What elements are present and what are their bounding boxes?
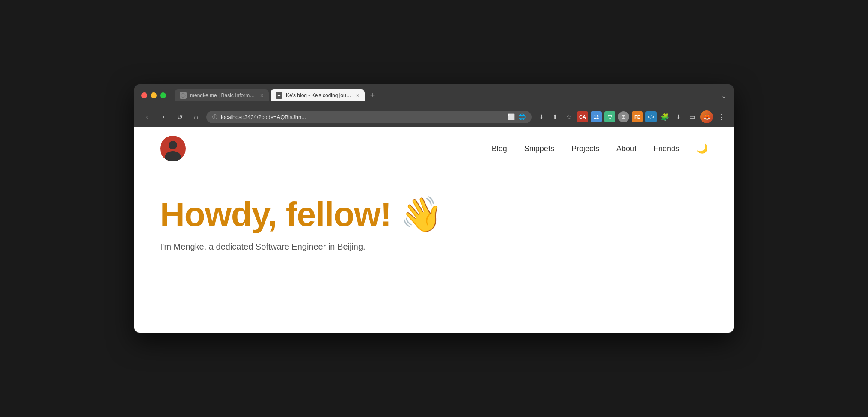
nav-link-friends[interactable]: Friends xyxy=(654,144,679,153)
hero-subtitle: I'm Mengke, a dedicated Software Enginee… xyxy=(160,242,708,252)
page-content: Blog Snippets Projects About Friends 🌙 H… xyxy=(134,127,734,333)
tab1-title: mengke.me | Basic Information xyxy=(190,92,257,98)
extension-calendar-icon[interactable]: 12 xyxy=(591,111,602,122)
back-icon: ‹ xyxy=(146,113,148,121)
tabs-chevron-icon[interactable]: ⌄ xyxy=(721,92,727,100)
security-icon: ⓘ xyxy=(212,113,217,121)
site-logo[interactable] xyxy=(160,136,186,161)
forward-icon: › xyxy=(162,113,164,121)
tab2-close-icon[interactable]: × xyxy=(356,92,360,99)
extension-code-icon[interactable]: </> xyxy=(645,111,657,122)
share-icon[interactable]: ⬆ xyxy=(550,111,561,122)
tabs-container: mengke.me | Basic Information × •• Ke's … xyxy=(175,89,727,101)
dark-mode-toggle[interactable]: 🌙 xyxy=(696,143,708,154)
url-text: localhost:3434/?code=AQBisJhn... xyxy=(221,114,504,120)
profile-avatar-button[interactable]: 🦊 xyxy=(700,110,713,123)
reload-icon: ↺ xyxy=(177,113,183,121)
nav-link-projects[interactable]: Projects xyxy=(571,144,599,153)
tab2-title: Ke's blog - Ke's coding journey xyxy=(286,92,353,98)
svg-point-0 xyxy=(181,93,185,98)
minimize-traffic-light[interactable] xyxy=(151,92,157,98)
extension-vue-icon[interactable]: ▽ xyxy=(604,111,615,122)
reload-button[interactable]: ↺ xyxy=(174,111,186,123)
more-options-button[interactable]: ⋮ xyxy=(716,112,727,122)
maximize-traffic-light[interactable] xyxy=(160,92,166,98)
extensions-puzzle-icon[interactable]: 🧩 xyxy=(659,111,670,122)
new-tab-icon: + xyxy=(370,91,375,100)
extension-ca-icon[interactable]: CA xyxy=(577,111,588,122)
tab-mengke-basic-info[interactable]: mengke.me | Basic Information × xyxy=(175,89,269,101)
nav-link-snippets[interactable]: Snippets xyxy=(524,144,554,153)
wave-emoji: 👋 xyxy=(400,196,443,233)
translate-icon[interactable]: 🌐 xyxy=(518,113,526,120)
toolbar-icons: ⬇ ⬆ ☆ CA 12 ▽ ⊞ FE </> 🧩 ⬇ ▭ 🦊 ⋮ xyxy=(536,110,727,123)
bookmark-icon[interactable]: ☆ xyxy=(563,111,574,122)
screen-cast-icon[interactable]: ⬜ xyxy=(508,113,515,120)
hero-title: Howdy, fellow! 👋 xyxy=(160,196,708,233)
nav-link-blog[interactable]: Blog xyxy=(492,144,507,153)
hero-howdy-text: Howdy, fellow! xyxy=(160,195,391,233)
tab-ke-blog[interactable]: •• Ke's blog - Ke's coding journey × xyxy=(271,89,365,101)
url-bar[interactable]: ⓘ localhost:3434/?code=AQBisJhn... ⬜ 🌐 xyxy=(206,111,532,123)
download-icon[interactable]: ⬇ xyxy=(536,111,547,122)
home-button[interactable]: ⌂ xyxy=(190,111,202,123)
nav-link-about[interactable]: About xyxy=(616,144,636,153)
site-navigation: Blog Snippets Projects About Friends 🌙 xyxy=(134,127,734,170)
traffic-lights xyxy=(141,92,166,98)
nav-links: Blog Snippets Projects About Friends 🌙 xyxy=(492,143,708,154)
extension-grid-icon[interactable]: ⊞ xyxy=(618,111,629,122)
tab1-close-icon[interactable]: × xyxy=(260,92,264,99)
address-bar: ‹ › ↺ ⌂ ⓘ localhost:3434/?code=AQBisJhn.… xyxy=(134,107,734,127)
new-tab-button[interactable]: + xyxy=(366,89,378,101)
back-button[interactable]: ‹ xyxy=(141,111,153,123)
tab1-favicon xyxy=(180,92,187,99)
download-manager-icon[interactable]: ⬇ xyxy=(673,111,684,122)
title-bar: mengke.me | Basic Information × •• Ke's … xyxy=(134,84,734,107)
extension-fe-icon[interactable]: FE xyxy=(632,111,643,122)
close-traffic-light[interactable] xyxy=(141,92,147,98)
tab2-favicon: •• xyxy=(276,92,282,99)
home-icon: ⌂ xyxy=(194,113,198,121)
split-view-icon[interactable]: ▭ xyxy=(687,111,698,122)
forward-button[interactable]: › xyxy=(158,111,169,123)
hero-section: Howdy, fellow! 👋 I'm Mengke, a dedicated… xyxy=(134,170,734,269)
browser-window: mengke.me | Basic Information × •• Ke's … xyxy=(134,84,734,333)
